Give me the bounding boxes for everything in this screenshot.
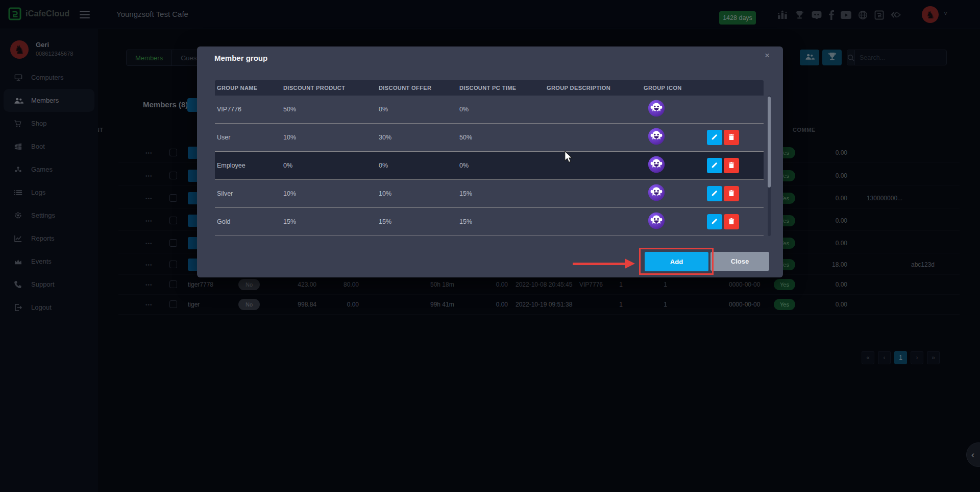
annotation-arrow-head xyxy=(625,259,635,269)
trash-icon xyxy=(728,218,734,226)
close-button[interactable]: Close xyxy=(710,252,769,271)
edit-button[interactable] xyxy=(707,130,722,145)
discount-offer-cell: 0% xyxy=(377,106,457,113)
discount-offer-cell: 0% xyxy=(377,162,457,169)
discount-product-cell: 0% xyxy=(281,162,377,169)
ghost-icon xyxy=(648,184,665,203)
trash-icon xyxy=(728,161,734,170)
group-row[interactable]: Employee 0% 0% 0% xyxy=(215,152,764,180)
group-table-body: VIP7776 50% 0% 0% User 10% 30% 50% xyxy=(215,96,764,236)
discount-offer-cell: 30% xyxy=(377,134,457,141)
delete-button[interactable] xyxy=(724,214,739,229)
discount-pc-time-cell: 0% xyxy=(457,106,545,113)
modal-title: Member group xyxy=(214,54,267,62)
member-group-modal: Member group × GROUP NAMEDISCOUNT PRODUC… xyxy=(197,46,783,277)
column-header: GROUP DESCRIPTION xyxy=(545,85,642,91)
group-row[interactable]: Gold 15% 15% 15% xyxy=(215,208,764,236)
scrollbar-thumb[interactable] xyxy=(768,97,771,188)
column-header: DISCOUNT OFFER xyxy=(377,85,457,91)
discount-pc-time-cell: 15% xyxy=(457,190,545,197)
group-name-cell: Employee xyxy=(215,162,281,169)
column-header: DISCOUNT PRODUCT xyxy=(281,85,377,91)
row-actions xyxy=(707,130,739,145)
edit-button[interactable] xyxy=(707,186,722,201)
trash-icon xyxy=(728,190,734,198)
group-row[interactable]: VIP7776 50% 0% 0% xyxy=(215,96,764,124)
group-name-cell: VIP7776 xyxy=(215,106,281,113)
group-row[interactable]: Silver 10% 10% 15% xyxy=(215,180,764,208)
ghost-icon xyxy=(648,156,665,175)
delete-button[interactable] xyxy=(724,186,739,201)
edit-button[interactable] xyxy=(707,158,722,173)
pencil-icon xyxy=(711,133,718,142)
discount-pc-time-cell: 0% xyxy=(457,162,545,169)
row-actions xyxy=(707,186,739,201)
annotation-arrow-line xyxy=(573,263,626,265)
delete-button[interactable] xyxy=(724,158,739,173)
discount-product-cell: 15% xyxy=(281,218,377,225)
column-header: DISCOUNT PC TIME xyxy=(457,85,545,91)
add-button[interactable]: Add xyxy=(645,252,708,271)
ghost-icon xyxy=(648,128,665,147)
row-actions xyxy=(707,158,739,173)
discount-product-cell: 10% xyxy=(281,190,377,197)
discount-pc-time-cell: 50% xyxy=(457,134,545,141)
trash-icon xyxy=(728,133,734,142)
discount-pc-time-cell: 15% xyxy=(457,218,545,225)
edit-button[interactable] xyxy=(707,214,722,229)
column-header: GROUP ICON xyxy=(642,85,764,91)
group-name-cell: Silver xyxy=(215,190,281,197)
column-header: GROUP NAME xyxy=(215,85,281,91)
row-actions xyxy=(707,214,739,229)
scrollbar[interactable] xyxy=(768,96,771,236)
discount-offer-cell: 15% xyxy=(377,218,457,225)
delete-button[interactable] xyxy=(724,130,739,145)
pencil-icon xyxy=(711,218,718,226)
discount-product-cell: 10% xyxy=(281,134,377,141)
group-row[interactable]: User 10% 30% 50% xyxy=(215,124,764,152)
pencil-icon xyxy=(711,190,718,198)
ghost-icon xyxy=(648,212,665,231)
group-name-cell: User xyxy=(215,134,281,141)
discount-offer-cell: 10% xyxy=(377,190,457,197)
ghost-icon xyxy=(648,100,665,119)
pencil-icon xyxy=(711,161,718,170)
group-name-cell: Gold xyxy=(215,218,281,225)
discount-product-cell: 50% xyxy=(281,106,377,113)
member-group-table: GROUP NAMEDISCOUNT PRODUCTDISCOUNT OFFER… xyxy=(215,80,764,236)
close-icon[interactable]: × xyxy=(765,51,770,61)
group-table-header: GROUP NAMEDISCOUNT PRODUCTDISCOUNT OFFER… xyxy=(215,80,764,96)
